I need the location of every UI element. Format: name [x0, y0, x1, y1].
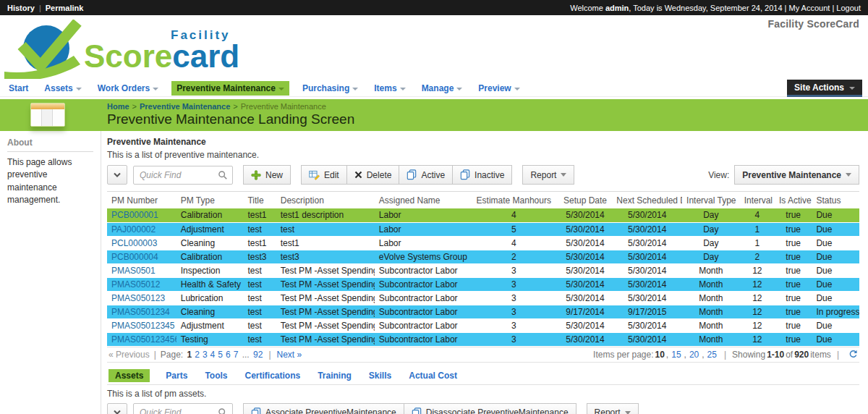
- pager-separator: |: [154, 350, 156, 360]
- nav-item-items[interactable]: Items: [371, 81, 408, 96]
- table-row[interactable]: PCB000001Calibrationtest1test1 descripti…: [107, 208, 859, 222]
- active-button[interactable]: Active: [399, 165, 453, 185]
- pm-number-link[interactable]: PMAS0501234: [111, 307, 170, 317]
- column-header-assigned-name[interactable]: Assigned Name: [375, 192, 469, 209]
- pm-number-cell[interactable]: PMAS050123456: [107, 332, 176, 346]
- nav-item-manage[interactable]: Manage: [419, 81, 466, 96]
- table-cell: 3: [469, 263, 558, 277]
- pm-number-link[interactable]: PMAS05012: [111, 279, 160, 290]
- breadcrumb-link[interactable]: Preventive Maintenance: [140, 102, 230, 111]
- filter-dropdown-button[interactable]: [107, 165, 127, 185]
- history-link[interactable]: History: [7, 4, 35, 12]
- table-cell: 5/30/2014: [558, 332, 613, 346]
- nav-item-start[interactable]: Start: [6, 81, 31, 96]
- table-cell: Subcontractor Labor: [375, 263, 469, 277]
- my-account-link[interactable]: My Account: [789, 4, 830, 12]
- pm-number-cell[interactable]: PMAS0501234: [107, 305, 176, 318]
- pm-number-link[interactable]: PCB000001: [111, 210, 158, 220]
- page-size-link[interactable]: 25: [707, 350, 717, 360]
- table-cell: Day: [682, 222, 740, 236]
- pm-number-link[interactable]: PAJ000002: [111, 224, 156, 235]
- column-header-interval-type[interactable]: Interval Type: [682, 192, 740, 209]
- page-size-link[interactable]: 20: [689, 350, 699, 360]
- pm-number-cell[interactable]: PCB000001: [107, 208, 176, 222]
- table-cell: 5/30/2014: [612, 222, 682, 236]
- pm-number-link[interactable]: PMAS0501: [111, 266, 156, 276]
- page-link[interactable]: 5: [218, 350, 223, 360]
- tab-training[interactable]: Training: [316, 369, 353, 382]
- table-row[interactable]: PMAS0501InspectiontestTest PM -Asset Spe…: [107, 263, 859, 277]
- logout-link[interactable]: Logout: [836, 4, 861, 12]
- table-row[interactable]: PCB000004Calibrationtest3test3eVolve Sys…: [107, 250, 859, 263]
- new-button[interactable]: New: [243, 165, 291, 185]
- pm-number-link[interactable]: PCL000003: [111, 238, 157, 248]
- pm-number-link[interactable]: PMAS050123456: [111, 334, 176, 345]
- pm-number-cell[interactable]: PMAS0501: [107, 263, 176, 277]
- pm-number-cell[interactable]: PAJ000002: [107, 222, 176, 236]
- assets-report-button[interactable]: Report: [587, 403, 639, 414]
- table-row[interactable]: PMAS050123456TestingtestTest PM -Asset S…: [107, 332, 859, 346]
- table-row[interactable]: PMAS050123LubricationtestTest PM -Asset …: [107, 291, 859, 305]
- column-header-is-active[interactable]: Is Active: [775, 192, 812, 209]
- filter-dropdown-button[interactable]: [107, 403, 127, 414]
- table-cell: true: [775, 250, 812, 263]
- tab-parts[interactable]: Parts: [164, 369, 189, 382]
- column-header-setup-date[interactable]: Setup Date: [558, 192, 613, 209]
- permalink-link[interactable]: Permalink: [46, 4, 84, 12]
- disassociate-button[interactable]: Disassociate PreventiveMaintenance: [404, 403, 576, 414]
- page-link[interactable]: 3: [203, 350, 208, 360]
- table-row[interactable]: PMAS0501234CleaningtestTest PM -Asset Sp…: [107, 305, 859, 318]
- column-header-pm-number[interactable]: PM Number: [107, 192, 176, 209]
- column-header-status[interactable]: Status: [812, 192, 859, 209]
- table-row[interactable]: PCL000003Cleaningtest1test1Labor45/30/20…: [107, 236, 859, 250]
- nav-item-work-orders[interactable]: Work Orders: [95, 81, 161, 96]
- nav-item-purchasing[interactable]: Purchasing: [299, 81, 361, 96]
- scorecard-logo: Facility Scorecard: [4, 20, 243, 79]
- column-header-description[interactable]: Description: [276, 192, 375, 209]
- tab-assets[interactable]: Assets: [109, 369, 150, 382]
- column-header-pm-type[interactable]: PM Type: [176, 192, 244, 209]
- page-link[interactable]: 4: [210, 350, 216, 360]
- pm-number-link[interactable]: PMAS050123: [111, 293, 165, 303]
- table-row[interactable]: PAJ000002AdjustmenttesttestLabor55/30/20…: [107, 222, 859, 236]
- pm-number-cell[interactable]: PMAS05012345: [107, 318, 176, 332]
- table-cell: 2: [740, 250, 775, 263]
- pm-number-link[interactable]: PMAS05012345: [111, 321, 174, 331]
- pm-number-cell[interactable]: PCB000004: [107, 250, 176, 263]
- tab-skills[interactable]: Skills: [367, 369, 393, 382]
- column-header-title[interactable]: Title: [243, 192, 276, 209]
- page-size-link[interactable]: 15: [671, 350, 681, 360]
- column-header-next-scheduled-date[interactable]: Next Scheduled Date: [612, 192, 682, 209]
- page-link[interactable]: 6: [226, 350, 231, 360]
- table-row[interactable]: PMAS05012Health & SafetytestTest PM -Ass…: [107, 277, 859, 291]
- last-page-link[interactable]: 92: [253, 350, 263, 360]
- tab-certifications[interactable]: Certifications: [244, 369, 302, 382]
- delete-button[interactable]: Delete: [346, 165, 400, 185]
- previous-page-link: « Previous: [109, 350, 150, 360]
- column-header-interval[interactable]: Interval: [740, 192, 775, 209]
- page-link[interactable]: 2: [195, 350, 200, 360]
- pm-number-link[interactable]: PCB000004: [111, 252, 158, 262]
- table-row[interactable]: PMAS05012345AdjustmenttestTest PM -Asset…: [107, 318, 859, 332]
- report-button[interactable]: Report: [522, 165, 574, 185]
- refresh-icon[interactable]: [848, 350, 858, 359]
- pm-number-cell[interactable]: PMAS05012: [107, 277, 176, 291]
- associate-button[interactable]: Associate PreventiveMaintenance: [243, 403, 404, 414]
- view-select[interactable]: Preventive Maintenance: [734, 165, 859, 185]
- inactive-button[interactable]: Inactive: [452, 165, 512, 185]
- nav-item-preview[interactable]: Preview: [475, 81, 522, 96]
- nav-item-preventive-maintenance[interactable]: Preventive Maintenance: [171, 81, 289, 96]
- breadcrumb-link[interactable]: Home: [107, 102, 129, 111]
- table-cell: 12: [740, 305, 775, 318]
- pm-number-cell[interactable]: PMAS050123: [107, 291, 176, 305]
- page-link[interactable]: 7: [234, 350, 239, 360]
- pm-number-cell[interactable]: PCL000003: [107, 236, 176, 250]
- tab-tools[interactable]: Tools: [203, 369, 229, 382]
- nav-item-assets[interactable]: Assets: [41, 81, 84, 96]
- tab-actual-cost[interactable]: Actual Cost: [407, 369, 459, 382]
- edit-button[interactable]: Edit: [301, 165, 347, 185]
- about-text: This page allows preventive maintenance …: [7, 156, 93, 207]
- next-page-link[interactable]: Next »: [277, 350, 302, 360]
- site-actions-button[interactable]: Site Actions: [787, 80, 862, 97]
- column-header-estimate-manhours[interactable]: Estimate Manhours: [469, 192, 558, 209]
